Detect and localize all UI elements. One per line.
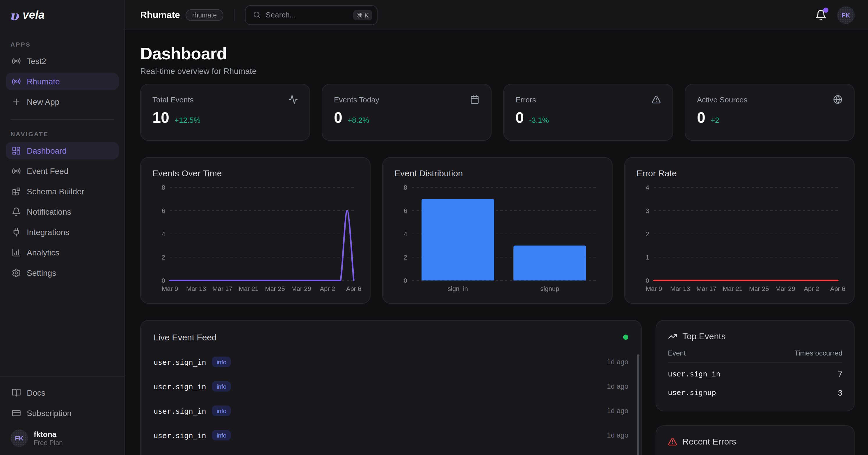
svg-text:0: 0 xyxy=(404,277,407,284)
sidebar: υ vela APPS Test2 Rhumate Ne xyxy=(0,0,125,455)
sidebar-item-label: Analytics xyxy=(27,248,59,257)
search-placeholder: Search... xyxy=(266,10,348,19)
svg-text:2: 2 xyxy=(404,254,407,261)
activity-icon xyxy=(288,95,298,104)
main-area: Rhumate rhumate Search... ⌘ K FK Dashboa… xyxy=(125,0,868,455)
sidebar-item-settings[interactable]: Settings xyxy=(6,264,119,282)
error-rate-chart: 01234Mar 9Mar 13Mar 17Mar 21Mar 25Mar 29… xyxy=(637,183,842,296)
chart-card-events-over-time: Events Over Time 02468Mar 9Mar 13Mar 17M… xyxy=(140,157,371,304)
sidebar-spacer xyxy=(0,284,124,376)
sidebar-item-schema-builder[interactable]: Schema Builder xyxy=(6,183,119,200)
svg-text:4: 4 xyxy=(646,184,649,191)
recent-errors-title: Recent Errors xyxy=(682,436,736,446)
col-event: Event xyxy=(668,349,686,357)
stat-label: Errors xyxy=(516,95,536,104)
stat-label: Total Events xyxy=(152,95,194,104)
sidebar-item-label: Settings xyxy=(27,268,56,277)
brand-logo[interactable]: υ vela xyxy=(0,0,124,30)
event-name: user.sign_in xyxy=(154,358,206,366)
sidebar-item-docs[interactable]: Docs xyxy=(6,384,119,401)
page-title: Dashboard xyxy=(140,44,855,63)
navigate-section-label: NAVIGATE xyxy=(6,126,119,142)
event-count: 3 xyxy=(838,388,842,397)
feed-scrollbar[interactable] xyxy=(637,354,639,455)
level-badge: info xyxy=(212,381,231,392)
radio-icon xyxy=(12,77,21,86)
sidebar-item-subscription[interactable]: Subscription xyxy=(6,404,119,422)
app-root: υ vela APPS Test2 Rhumate Ne xyxy=(0,0,868,455)
stat-delta: +8.2% xyxy=(348,116,369,125)
sidebar-item-analytics[interactable]: Analytics xyxy=(6,244,119,261)
sidebar-item-label: Subscription xyxy=(27,408,71,418)
top-events-panel: Top Events Event Times occurred user.sig… xyxy=(656,320,855,412)
event-time: 1d ago xyxy=(607,431,628,439)
svg-text:Mar 17: Mar 17 xyxy=(212,285,232,292)
topbar-right: FK xyxy=(815,6,855,24)
alert-triangle-icon xyxy=(652,95,661,104)
bottom-row: Live Event Feed user.sign_in info 1d ago… xyxy=(140,320,855,455)
svg-text:Mar 9: Mar 9 xyxy=(646,285,662,292)
feed-rows: user.sign_in info 1d ago user.sign_in in… xyxy=(154,350,628,448)
sidebar-item-dashboard[interactable]: Dashboard xyxy=(6,142,119,159)
svg-text:0: 0 xyxy=(646,277,649,284)
sidebar-app-test2[interactable]: Test2 xyxy=(6,52,119,70)
svg-text:Mar 21: Mar 21 xyxy=(239,285,258,292)
stat-value: 0 xyxy=(334,110,342,125)
dashboard-icon xyxy=(12,146,21,155)
chart-card-event-distribution: Event Distribution 02468sign_insignup xyxy=(382,157,613,304)
user-info: fktona Free Plan xyxy=(34,430,63,447)
svg-text:Mar 13: Mar 13 xyxy=(186,285,206,292)
level-badge: info xyxy=(212,357,231,367)
sidebar-item-label: Schema Builder xyxy=(27,187,84,196)
sidebar-item-integrations[interactable]: Integrations xyxy=(6,223,119,241)
sidebar-footer: Docs Subscription FK fktona Free Plan xyxy=(0,376,124,455)
svg-text:1: 1 xyxy=(646,254,649,261)
new-app-button[interactable]: New App xyxy=(6,93,119,111)
live-indicator-dot xyxy=(623,335,628,340)
svg-text:Apr 2: Apr 2 xyxy=(320,285,335,292)
search-shortcut: ⌘ K xyxy=(353,9,372,20)
sidebar-app-rhumate[interactable]: Rhumate xyxy=(6,73,119,90)
sidebar-item-event-feed[interactable]: Event Feed xyxy=(6,162,119,180)
notifications-button[interactable] xyxy=(815,9,827,21)
avatar: FK xyxy=(10,429,28,447)
feed-row: user.sign_in info 1d ago xyxy=(154,374,628,399)
event-time: 1d ago xyxy=(607,358,628,366)
stat-label: Events Today xyxy=(334,95,379,104)
trending-up-icon xyxy=(668,331,677,341)
sidebar-item-notifications[interactable]: Notifications xyxy=(6,203,119,220)
user-name: fktona xyxy=(34,430,63,439)
level-badge: info xyxy=(212,405,231,416)
recent-errors-panel: Recent Errors No errors recorded xyxy=(656,425,855,455)
svg-text:4: 4 xyxy=(404,231,407,238)
svg-text:6: 6 xyxy=(404,207,407,214)
notification-dot xyxy=(823,7,829,12)
stat-value: 10 xyxy=(152,110,169,125)
user-profile[interactable]: FK fktona Free Plan xyxy=(6,425,119,447)
svg-text:2: 2 xyxy=(646,231,649,238)
app-slug-badge: rhumate xyxy=(186,9,223,21)
brand-name: vela xyxy=(23,9,45,22)
search-input[interactable]: Search... ⌘ K xyxy=(245,5,377,25)
svg-text:0: 0 xyxy=(162,277,165,284)
stats-row: Total Events 10 +12.5% Events Today xyxy=(140,84,855,141)
svg-text:sign_in: sign_in xyxy=(448,285,468,292)
charts-row: Events Over Time 02468Mar 9Mar 13Mar 17M… xyxy=(140,157,855,304)
top-events-title: Top Events xyxy=(682,331,725,341)
alert-triangle-icon xyxy=(668,437,677,446)
stat-card-events-today: Events Today 0 +8.2% xyxy=(322,84,492,141)
svg-text:Apr 6: Apr 6 xyxy=(830,285,846,292)
apps-section: APPS Test2 Rhumate New App xyxy=(0,30,124,114)
stat-delta: +12.5% xyxy=(175,116,200,125)
svg-text:6: 6 xyxy=(162,207,165,214)
page-subtitle: Real-time overview for Rhumate xyxy=(140,66,855,75)
table-row: user.sign_in 7 xyxy=(668,366,842,382)
stat-delta: +2 xyxy=(711,116,719,125)
stat-card-active-sources: Active Sources 0 +2 xyxy=(685,84,855,141)
event-time: 1d ago xyxy=(607,407,628,415)
svg-text:signup: signup xyxy=(540,285,559,292)
stat-value: 0 xyxy=(697,110,705,125)
sidebar-item-label: Event Feed xyxy=(27,166,68,176)
topbar-avatar[interactable]: FK xyxy=(837,6,855,24)
chart-title: Event Distribution xyxy=(395,168,600,178)
